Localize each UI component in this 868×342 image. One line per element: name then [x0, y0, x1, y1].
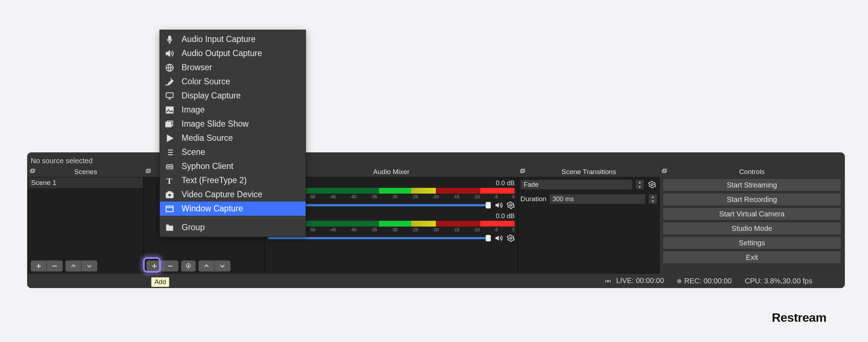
menu-item-mic[interactable]: Audio Input Capture	[160, 32, 306, 46]
start-recording-button[interactable]: Start Recording	[663, 193, 841, 206]
menu-item-group[interactable]: Group	[160, 220, 306, 235]
transition-stepper[interactable]: ▲▼	[635, 180, 644, 190]
globe-icon	[163, 63, 176, 72]
svg-rect-17	[166, 93, 173, 97]
svg-point-14	[607, 280, 609, 282]
popout-icon[interactable]	[661, 168, 668, 176]
svg-rect-20	[166, 122, 171, 127]
window-icon	[163, 204, 176, 214]
source-gear-button[interactable]	[181, 261, 196, 271]
svg-rect-13	[663, 169, 667, 172]
gear-icon[interactable]	[507, 201, 515, 209]
scenes-title: Scenes	[74, 168, 97, 176]
svg-rect-2	[146, 170, 149, 173]
menu-item-label: Video Capture Device	[182, 190, 262, 199]
popout-icon[interactable]	[29, 168, 37, 176]
scene-item[interactable]: Scene 1	[28, 177, 143, 188]
svg-rect-18	[166, 107, 173, 113]
svg-point-24	[169, 166, 170, 167]
svg-rect-12	[662, 170, 665, 173]
studio-mode-button[interactable]: Studio Mode	[663, 222, 841, 235]
mute-icon[interactable]	[494, 234, 503, 242]
svg-point-23	[168, 166, 169, 167]
syphon-icon	[163, 162, 176, 171]
source-down-button[interactable]	[214, 261, 230, 271]
menu-item-label: Display Capture	[182, 91, 241, 101]
svg-rect-10	[522, 169, 525, 172]
controls-panel: Controls Start Streaming Start Recording…	[660, 167, 844, 274]
play-icon	[163, 134, 176, 143]
mute-icon[interactable]	[494, 201, 503, 210]
menu-separator	[161, 218, 305, 218]
scene-remove-button[interactable]	[47, 261, 63, 271]
popout-icon[interactable]	[519, 168, 527, 176]
menu-item-window[interactable]: Window Capture	[160, 202, 306, 216]
menu-item-list[interactable]: Scene	[160, 145, 306, 159]
speaker-icon	[163, 49, 176, 58]
svg-rect-30	[166, 206, 173, 211]
transitions-header: Scene Transitions	[518, 167, 660, 177]
duration-value: 300 ms	[553, 195, 574, 203]
start-virtual-camera-button[interactable]: Start Virtual Camera	[663, 207, 841, 220]
duration-input[interactable]: 300 ms	[549, 194, 646, 204]
gear-icon[interactable]	[507, 234, 515, 242]
scene-item-label: Scene 1	[31, 179, 56, 186]
svg-point-7	[510, 204, 512, 206]
svg-point-28	[168, 193, 171, 197]
menu-item-brush[interactable]: Color Source	[160, 75, 306, 89]
volume-slider[interactable]	[268, 237, 491, 239]
transitions-panel: Scene Transitions Fade ▲▼ Duration 300 m…	[518, 167, 660, 274]
list-icon	[163, 148, 176, 157]
menu-item-label: Image Slide Show	[182, 119, 248, 129]
mixer-channel-db: 0.0 dB	[496, 180, 515, 187]
rec-status: REC: 00:00:00	[677, 277, 732, 285]
menu-item-play[interactable]: Media Source	[160, 131, 306, 145]
add-source-menu: Audio Input CaptureAudio Output CaptureB…	[159, 30, 306, 237]
transition-gear-icon[interactable]	[647, 180, 657, 190]
monitor-icon	[163, 91, 176, 101]
start-streaming-button[interactable]: Start Streaming	[663, 178, 841, 191]
add-tooltip: Add	[151, 277, 169, 287]
transitions-title: Scene Transitions	[561, 168, 616, 176]
menu-item-syphon[interactable]: Syphon Client	[160, 159, 306, 173]
svg-rect-9	[520, 170, 524, 173]
folder-icon	[163, 223, 176, 232]
menu-item-label: Window Capture	[182, 204, 243, 214]
scenes-header: Scenes	[28, 167, 144, 177]
scene-up-button[interactable]	[65, 261, 81, 271]
transition-selected-label: Fade	[524, 181, 539, 189]
popout-icon[interactable]	[145, 168, 152, 176]
menu-item-speaker[interactable]: Audio Output Capture	[160, 46, 306, 60]
source-up-button[interactable]	[199, 261, 214, 271]
menu-item-label: Color Source	[182, 77, 230, 86]
camera-icon	[163, 190, 176, 199]
cpu-status: CPU: 3.8%,30.00 fps	[745, 277, 812, 285]
transition-select[interactable]: Fade	[520, 180, 633, 190]
scene-down-button[interactable]	[81, 261, 97, 271]
svg-point-11	[651, 183, 653, 186]
brush-icon	[163, 77, 176, 86]
svg-rect-3	[147, 169, 150, 172]
menu-item-monitor[interactable]: Display Capture	[160, 89, 306, 103]
source-add-button[interactable]	[146, 261, 162, 271]
settings-button[interactable]: Settings	[663, 236, 841, 249]
slides-icon	[163, 119, 176, 129]
menu-item-label: Audio Input Capture	[182, 34, 256, 44]
menu-item-image[interactable]: Image	[160, 103, 306, 117]
duration-stepper[interactable]: ▲▼	[648, 194, 657, 204]
menu-item-globe[interactable]: Browser	[160, 60, 306, 75]
scenes-panel: Scenes Scene 1	[28, 167, 144, 274]
menu-item-text[interactable]: TText (FreeType 2)	[160, 173, 306, 187]
status-bar: LIVE: 00:00:00 REC: 00:00:00 CPU: 3.8%,3…	[27, 274, 845, 288]
controls-header: Controls	[660, 167, 844, 177]
menu-item-slides[interactable]: Image Slide Show	[160, 117, 306, 131]
menu-item-label: Scene	[182, 147, 205, 157]
menu-item-camera[interactable]: Video Capture Device	[160, 187, 306, 202]
menu-item-label: Media Source	[182, 133, 233, 143]
restream-logo: Restream	[772, 311, 826, 325]
image-icon	[163, 105, 176, 115]
exit-button[interactable]: Exit	[663, 251, 841, 264]
scene-add-button[interactable]	[31, 261, 47, 271]
svg-text:T: T	[166, 176, 172, 185]
source-remove-button[interactable]	[162, 261, 178, 271]
